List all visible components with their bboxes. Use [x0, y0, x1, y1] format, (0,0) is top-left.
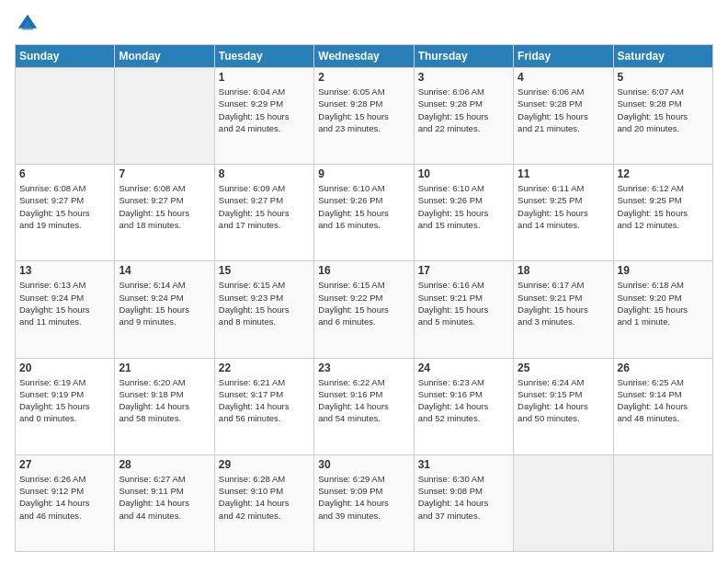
weekday-header-saturday: Saturday: [613, 45, 712, 68]
day-number: 24: [418, 362, 509, 374]
weekday-header-monday: Monday: [115, 45, 214, 68]
calendar-table: SundayMondayTuesdayWednesdayThursdayFrid…: [15, 44, 713, 552]
week-row-5: 27Sunrise: 6:26 AM Sunset: 9:12 PM Dayli…: [16, 454, 713, 551]
calendar-cell: 8Sunrise: 6:09 AM Sunset: 9:27 PM Daylig…: [214, 165, 313, 261]
week-row-4: 20Sunrise: 6:19 AM Sunset: 9:19 PM Dayli…: [16, 358, 713, 454]
day-info: Sunrise: 6:21 AM Sunset: 9:17 PM Dayligh…: [219, 376, 310, 425]
day-info: Sunrise: 6:08 AM Sunset: 9:27 PM Dayligh…: [119, 182, 210, 231]
day-number: 2: [318, 71, 409, 84]
calendar-cell: 10Sunrise: 6:10 AM Sunset: 9:26 PM Dayli…: [414, 165, 513, 261]
calendar-cell: 17Sunrise: 6:16 AM Sunset: 9:21 PM Dayli…: [414, 261, 513, 358]
weekday-header-row: SundayMondayTuesdayWednesdayThursdayFrid…: [16, 45, 713, 68]
calendar-cell: 23Sunrise: 6:22 AM Sunset: 9:16 PM Dayli…: [314, 358, 414, 454]
calendar-cell: 16Sunrise: 6:15 AM Sunset: 9:22 PM Dayli…: [314, 261, 414, 358]
day-info: Sunrise: 6:15 AM Sunset: 9:22 PM Dayligh…: [318, 279, 409, 327]
day-info: Sunrise: 6:10 AM Sunset: 9:26 PM Dayligh…: [418, 182, 509, 231]
day-info: Sunrise: 6:22 AM Sunset: 9:16 PM Dayligh…: [318, 376, 409, 425]
calendar-cell: 29Sunrise: 6:28 AM Sunset: 9:10 PM Dayli…: [214, 454, 313, 551]
calendar-cell: 11Sunrise: 6:11 AM Sunset: 9:25 PM Dayli…: [514, 165, 613, 261]
calendar-cell: 28Sunrise: 6:27 AM Sunset: 9:11 PM Dayli…: [115, 454, 214, 551]
day-info: Sunrise: 6:12 AM Sunset: 9:25 PM Dayligh…: [618, 182, 709, 231]
day-info: Sunrise: 6:08 AM Sunset: 9:27 PM Dayligh…: [19, 182, 110, 231]
day-info: Sunrise: 6:06 AM Sunset: 9:28 PM Dayligh…: [518, 86, 609, 134]
day-info: Sunrise: 6:10 AM Sunset: 9:26 PM Dayligh…: [318, 182, 409, 231]
page: SundayMondayTuesdayWednesdayThursdayFrid…: [0, 0, 728, 563]
day-number: 6: [19, 167, 110, 180]
day-number: 29: [219, 458, 310, 471]
day-info: Sunrise: 6:30 AM Sunset: 9:08 PM Dayligh…: [418, 473, 509, 522]
calendar-cell: 20Sunrise: 6:19 AM Sunset: 9:19 PM Dayli…: [16, 358, 115, 454]
day-number: 4: [518, 71, 609, 84]
day-number: 14: [119, 264, 210, 277]
weekday-header-thursday: Thursday: [414, 45, 513, 68]
calendar-cell: 5Sunrise: 6:07 AM Sunset: 9:28 PM Daylig…: [613, 68, 712, 165]
day-info: Sunrise: 6:09 AM Sunset: 9:27 PM Dayligh…: [219, 182, 310, 231]
day-number: 22: [219, 362, 310, 374]
day-number: 21: [119, 362, 210, 374]
weekday-header-friday: Friday: [514, 45, 613, 68]
day-info: Sunrise: 6:17 AM Sunset: 9:21 PM Dayligh…: [518, 279, 609, 327]
day-number: 13: [19, 264, 110, 277]
calendar-cell: 7Sunrise: 6:08 AM Sunset: 9:27 PM Daylig…: [115, 165, 214, 261]
day-info: Sunrise: 6:15 AM Sunset: 9:23 PM Dayligh…: [219, 279, 310, 327]
day-info: Sunrise: 6:04 AM Sunset: 9:29 PM Dayligh…: [219, 86, 310, 134]
day-number: 9: [318, 167, 409, 180]
day-number: 30: [318, 458, 409, 471]
calendar-cell: [613, 454, 712, 551]
logo-icon: [15, 11, 40, 37]
day-number: 31: [418, 458, 509, 471]
day-info: Sunrise: 6:16 AM Sunset: 9:21 PM Dayligh…: [418, 279, 509, 327]
day-info: Sunrise: 6:29 AM Sunset: 9:09 PM Dayligh…: [318, 473, 409, 522]
day-info: Sunrise: 6:26 AM Sunset: 9:12 PM Dayligh…: [19, 473, 110, 522]
calendar-cell: 21Sunrise: 6:20 AM Sunset: 9:18 PM Dayli…: [115, 358, 214, 454]
weekday-header-tuesday: Tuesday: [214, 45, 313, 68]
day-number: 25: [518, 362, 609, 374]
day-info: Sunrise: 6:14 AM Sunset: 9:24 PM Dayligh…: [119, 279, 210, 327]
calendar-cell: 1Sunrise: 6:04 AM Sunset: 9:29 PM Daylig…: [214, 68, 313, 165]
week-row-2: 6Sunrise: 6:08 AM Sunset: 9:27 PM Daylig…: [16, 165, 713, 261]
calendar-cell: 14Sunrise: 6:14 AM Sunset: 9:24 PM Dayli…: [115, 261, 214, 358]
day-number: 10: [418, 167, 509, 180]
day-number: 7: [119, 167, 210, 180]
header: [15, 11, 713, 37]
calendar-cell: 31Sunrise: 6:30 AM Sunset: 9:08 PM Dayli…: [414, 454, 513, 551]
day-number: 28: [119, 458, 210, 471]
calendar-cell: 13Sunrise: 6:13 AM Sunset: 9:24 PM Dayli…: [16, 261, 115, 358]
day-info: Sunrise: 6:06 AM Sunset: 9:28 PM Dayligh…: [418, 86, 509, 134]
day-info: Sunrise: 6:20 AM Sunset: 9:18 PM Dayligh…: [119, 376, 210, 425]
calendar-cell: 25Sunrise: 6:24 AM Sunset: 9:15 PM Dayli…: [514, 358, 613, 454]
day-number: 20: [19, 362, 110, 374]
calendar-cell: 9Sunrise: 6:10 AM Sunset: 9:26 PM Daylig…: [314, 165, 414, 261]
day-number: 5: [618, 71, 709, 84]
day-number: 16: [318, 264, 409, 277]
calendar-cell: 22Sunrise: 6:21 AM Sunset: 9:17 PM Dayli…: [214, 358, 313, 454]
day-info: Sunrise: 6:05 AM Sunset: 9:28 PM Dayligh…: [318, 86, 409, 134]
calendar-cell: 24Sunrise: 6:23 AM Sunset: 9:16 PM Dayli…: [414, 358, 513, 454]
calendar-cell: 30Sunrise: 6:29 AM Sunset: 9:09 PM Dayli…: [314, 454, 414, 551]
day-info: Sunrise: 6:27 AM Sunset: 9:11 PM Dayligh…: [119, 473, 210, 522]
day-number: 18: [518, 264, 609, 277]
day-number: 3: [418, 71, 509, 84]
calendar-cell: [16, 68, 115, 165]
calendar-cell: [514, 454, 613, 551]
week-row-1: 1Sunrise: 6:04 AM Sunset: 9:29 PM Daylig…: [16, 68, 713, 165]
calendar-cell: 2Sunrise: 6:05 AM Sunset: 9:28 PM Daylig…: [314, 68, 414, 165]
day-number: 19: [618, 264, 709, 277]
day-number: 27: [19, 458, 110, 471]
day-info: Sunrise: 6:07 AM Sunset: 9:28 PM Dayligh…: [618, 86, 709, 134]
calendar-cell: 27Sunrise: 6:26 AM Sunset: 9:12 PM Dayli…: [16, 454, 115, 551]
day-info: Sunrise: 6:23 AM Sunset: 9:16 PM Dayligh…: [418, 376, 509, 425]
day-info: Sunrise: 6:24 AM Sunset: 9:15 PM Dayligh…: [518, 376, 609, 425]
day-number: 1: [219, 71, 310, 84]
day-number: 26: [618, 362, 709, 374]
calendar-cell: 26Sunrise: 6:25 AM Sunset: 9:14 PM Dayli…: [613, 358, 712, 454]
calendar-cell: 18Sunrise: 6:17 AM Sunset: 9:21 PM Dayli…: [514, 261, 613, 358]
day-info: Sunrise: 6:28 AM Sunset: 9:10 PM Dayligh…: [219, 473, 310, 522]
calendar-cell: 6Sunrise: 6:08 AM Sunset: 9:27 PM Daylig…: [16, 165, 115, 261]
logo: [15, 11, 44, 37]
weekday-header-sunday: Sunday: [16, 45, 115, 68]
day-info: Sunrise: 6:25 AM Sunset: 9:14 PM Dayligh…: [618, 376, 709, 425]
weekday-header-wednesday: Wednesday: [314, 45, 414, 68]
day-info: Sunrise: 6:13 AM Sunset: 9:24 PM Dayligh…: [19, 279, 110, 327]
day-info: Sunrise: 6:11 AM Sunset: 9:25 PM Dayligh…: [518, 182, 609, 231]
